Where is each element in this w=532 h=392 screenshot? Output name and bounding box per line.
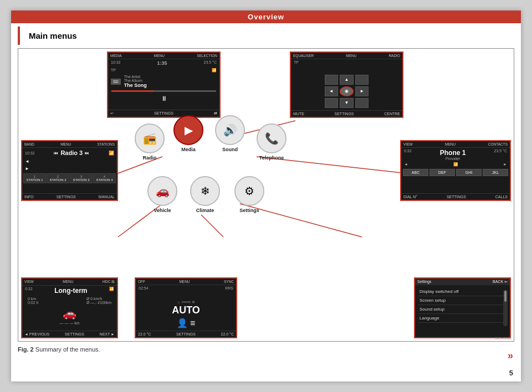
climate-label: Climate bbox=[196, 208, 214, 213]
screen-equaliser: EQUALISER MENU RADIO TP ▲ ◄ ◉ ► bbox=[290, 51, 403, 118]
screen-phone: VIEW MENU CONTACTS 0:32 Phone 1 Provider… bbox=[400, 140, 511, 201]
screen-vehicle: VIEW MENU HDC ⊞ 0:32 Long-term 📶 0 km 0:… bbox=[21, 277, 118, 338]
top-bar-title: Overview bbox=[248, 13, 284, 21]
phone-key-abc[interactable]: ABC bbox=[403, 169, 428, 176]
radio-screen-header: BAND MENU STATIONS bbox=[22, 141, 117, 148]
vehicle-screen-footer: ◄ PREVIOUS SETTINGS NEXT ► bbox=[22, 331, 117, 337]
section-title: Main menus bbox=[18, 27, 514, 45]
media-label: Media bbox=[181, 147, 196, 152]
svg-line-5 bbox=[201, 215, 223, 237]
media-screen-header: MEDIA MENU SELECTION bbox=[108, 53, 219, 59]
phone-key-jkl[interactable]: JKL bbox=[483, 169, 508, 176]
climate-screen-footer: 22.0 °C SETTINGS 22.0 °C bbox=[136, 331, 236, 337]
media-play-controls: ⏸ bbox=[108, 93, 219, 104]
eq-screen-footer: MUTE SETTINGS CENTRE bbox=[291, 110, 402, 117]
telephone-label: Telephone bbox=[259, 155, 284, 161]
circle-telephone[interactable]: 📞 Telephone bbox=[257, 123, 287, 161]
page-number: 5 bbox=[509, 369, 513, 377]
station-3[interactable]: 3 STATION 3 bbox=[70, 173, 93, 183]
fig-label: Fig. 2 bbox=[18, 346, 34, 353]
screen-media: MEDIA MENU SELECTION 10:32 1:35 23.5 °C … bbox=[107, 51, 221, 118]
settings-list: Display switched off Screen setup Sound … bbox=[415, 285, 510, 325]
circle-radio[interactable]: 📻 Radio bbox=[135, 123, 165, 161]
top-bar: Overview bbox=[11, 11, 521, 23]
vehicle-label: Vehicle bbox=[154, 208, 171, 213]
settings-item-language[interactable]: Language bbox=[418, 314, 507, 323]
radio-screen-footer: INFO SETTINGS MANUAL bbox=[22, 193, 117, 200]
circle-sound[interactable]: 🔊 Sound bbox=[215, 115, 245, 152]
sound-label: Sound bbox=[222, 147, 238, 152]
settings-item-sound[interactable]: Sound setup bbox=[418, 305, 507, 314]
climate-circle: ❄ bbox=[190, 176, 220, 206]
climate-screen-header: OFF MENU SYNC bbox=[136, 278, 236, 285]
telephone-circle: 📞 bbox=[257, 123, 287, 153]
main-content: MEDIA MENU SELECTION 10:32 1:35 23.5 °C … bbox=[18, 48, 514, 342]
phone-screen-header: VIEW MENU CONTACTS bbox=[401, 141, 510, 148]
circle-vehicle[interactable]: 🚗 Vehicle bbox=[147, 176, 177, 213]
radio-circle: 📻 bbox=[135, 123, 165, 153]
media-circle: ▶ bbox=[173, 115, 203, 145]
screen-radio: BAND MENU STATIONS 10:32 ⏮ Radio 3 ⏭ 📶 ◄… bbox=[21, 140, 118, 201]
circle-media[interactable]: ▶ Media bbox=[173, 115, 203, 152]
phone-screen-footer: DIAL N° SETTINGS CALLS bbox=[401, 193, 510, 200]
vehicle-circle: 🚗 bbox=[147, 176, 177, 206]
settings-circle: ⚙ bbox=[234, 176, 264, 206]
circle-settings[interactable]: ⚙ Settings bbox=[234, 176, 264, 213]
settings-item-screen[interactable]: Screen setup bbox=[418, 296, 507, 305]
fig-caption-text: Summary of the menus. bbox=[35, 346, 100, 353]
page: Overview Main menus bbox=[11, 11, 521, 381]
settings-item-display[interactable]: Display switched off bbox=[418, 287, 507, 296]
circle-climate[interactable]: ❄ Climate bbox=[190, 176, 220, 213]
phone-key-def[interactable]: DEF bbox=[429, 169, 455, 176]
fig-caption: Fig. 2 Summary of the menus. bbox=[11, 344, 521, 355]
phone-keypad: ABC DEF GHI JKL bbox=[401, 167, 510, 178]
settings-label: Settings bbox=[239, 208, 259, 213]
screen-climate: OFF MENU SYNC 02:54 RRS ☼ ≡≡≡≡ ❄ AUTO 👤 … bbox=[135, 277, 237, 338]
radio-stations: 1 STATION 1 2 STATION 2 3 STATION 3 4 ST… bbox=[22, 172, 117, 184]
phone-key-ghi[interactable]: GHI bbox=[456, 169, 482, 176]
vehicle-screen-header: VIEW MENU HDC ⊞ bbox=[22, 278, 117, 286]
station-2[interactable]: 2 STATION 2 bbox=[47, 173, 69, 183]
eq-screen-header: EQUALISER MENU RADIO bbox=[291, 53, 402, 59]
radio-label: Radio bbox=[142, 155, 156, 161]
screen-settings-panel: Settings BACK ⇐ Display switched off Scr… bbox=[414, 277, 511, 338]
next-arrow[interactable]: » bbox=[508, 350, 513, 362]
station-1[interactable]: 1 STATION 1 bbox=[23, 173, 46, 183]
station-4[interactable]: 4 STATION 4 bbox=[93, 173, 116, 183]
sound-circle: 🔊 bbox=[215, 115, 245, 145]
settings-screen-header: Settings BACK ⇐ bbox=[415, 278, 510, 285]
brs-code: BRS-0313 bbox=[495, 337, 510, 340]
